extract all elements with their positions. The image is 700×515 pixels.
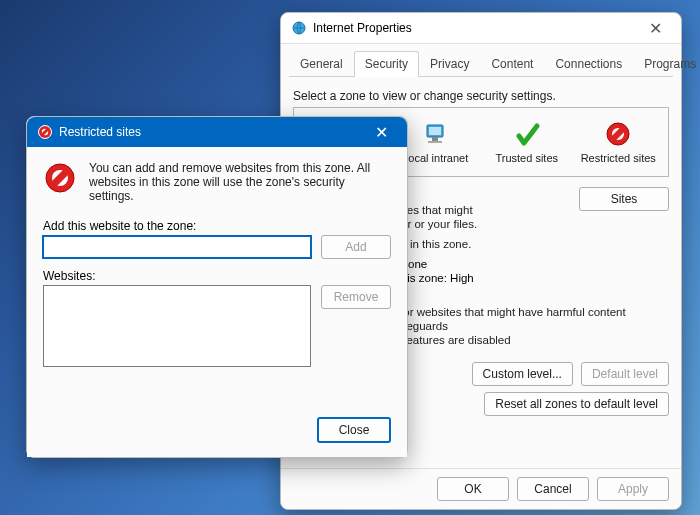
remove-button[interactable]: Remove [321,285,391,309]
dialog-title: Restricted sites [59,125,359,139]
restricted-sites-dialog: Restricted sites ✕ You can add and remov… [26,116,408,458]
tab-general[interactable]: General [289,51,354,77]
message-row: You can add and remove websites from thi… [43,161,391,203]
window-title: Internet Properties [313,21,633,35]
add-button[interactable]: Add [321,235,391,259]
zone-trusted-sites[interactable]: Trusted sites [481,116,573,168]
dialog-message: You can add and remove websites from thi… [89,161,391,203]
close-button[interactable]: ✕ [633,13,677,43]
tab-security[interactable]: Security [354,51,419,77]
websites-label: Websites: [43,269,391,283]
close-dialog-button[interactable]: Close [317,417,391,443]
tab-programs[interactable]: Programs [633,51,700,77]
tab-strip: General Security Privacy Content Connect… [289,50,673,77]
svg-rect-4 [429,127,441,135]
tab-content[interactable]: Content [480,51,544,77]
websites-row: Remove [43,285,391,367]
svg-rect-6 [428,141,442,143]
restricted-icon [37,124,53,140]
tab-privacy[interactable]: Privacy [419,51,480,77]
dialog-body: You can add and remove websites from thi… [27,147,407,457]
close-row: Close [43,417,391,443]
svg-rect-5 [432,137,438,141]
forbidden-icon [43,161,77,198]
dialog-button-row: OK Cancel Apply [281,468,681,509]
websites-listbox[interactable] [43,285,311,367]
cancel-button[interactable]: Cancel [517,477,589,501]
custom-level-button[interactable]: Custom level... [472,362,573,386]
reset-zones-button[interactable]: Reset all zones to default level [484,392,669,416]
add-website-row: Add [43,235,391,259]
zone-restricted-sites[interactable]: Restricted sites [573,116,665,168]
titlebar[interactable]: Internet Properties ✕ [281,13,681,44]
default-level-button[interactable]: Default level [581,362,669,386]
apply-button[interactable]: Apply [597,477,669,501]
internet-options-icon [291,20,307,36]
ok-button[interactable]: OK [437,477,509,501]
sites-button[interactable]: Sites [579,187,669,211]
zone-label: Restricted sites [575,152,663,164]
zone-prompt: Select a zone to view or change security… [293,89,669,103]
tab-connections[interactable]: Connections [544,51,633,77]
zone-label: Trusted sites [483,152,571,164]
sites-button-col: Sites [579,187,669,252]
add-website-label: Add this website to the zone: [43,219,391,233]
add-website-input[interactable] [43,236,311,258]
close-button[interactable]: ✕ [359,117,403,147]
titlebar[interactable]: Restricted sites ✕ [27,117,407,147]
